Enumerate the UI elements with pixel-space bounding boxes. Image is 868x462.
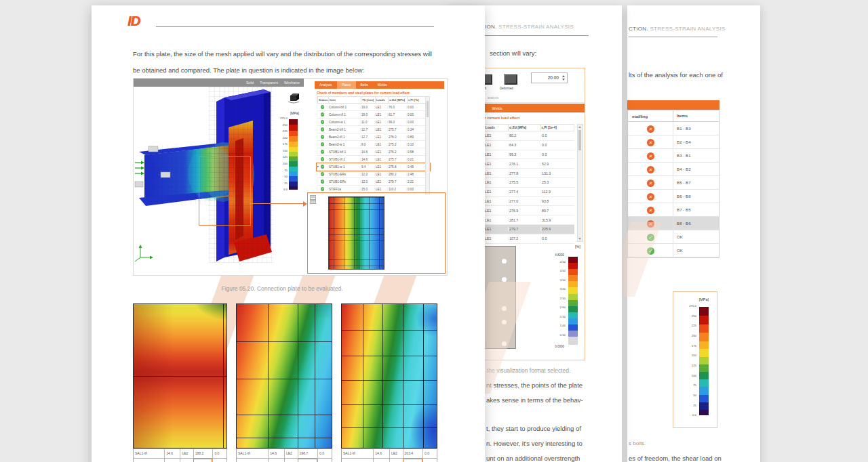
scale-unit-label: [MPa]: [290, 111, 299, 115]
header-rule: [629, 37, 717, 37]
status-check-icon: [647, 125, 654, 133]
scrollbar-thumb[interactable]: [578, 130, 581, 150]
table-row[interactable]: STUB1-tfl 1 14.6 LE1 275.7 0.21: [317, 156, 430, 163]
result-table-3: SAL1-tfl14,6LE2203,40,0: [341, 448, 437, 462]
column-header: σ,Ed [MPa]: [388, 97, 407, 103]
mesh-line: [223, 304, 224, 448]
cell-sed: 275.5: [508, 180, 540, 184]
table-row[interactable]: B6 - B8: [628, 190, 719, 203]
result-cell: 0,0: [212, 449, 226, 458]
readout-value: 0,0: [310, 200, 316, 205]
panel-tab[interactable]: Welds: [373, 81, 392, 89]
view-cube-icon[interactable]: [288, 92, 300, 104]
scale-tick-label: 100: [692, 375, 696, 378]
cell-epl: 0.00: [406, 113, 421, 117]
table-row[interactable]: B3 - B1: [628, 149, 719, 163]
viewer-menu-item[interactable]: Wireframe: [284, 81, 300, 85]
mesh-line: [363, 304, 363, 448]
table-row[interactable]: Column-tfl 1 19.0 LE1 61.7 0.00: [317, 111, 430, 119]
viewer-menu: SolidTransparentWireframe: [134, 79, 304, 87]
scale-tick-label: 50: [693, 394, 696, 398]
table-row[interactable]: STUB1-ERs 12.0 LE1 280.2 2.48: [317, 171, 430, 178]
cell-sed: 80.2: [508, 133, 540, 138]
cell-epl: 0.58: [406, 150, 421, 154]
status-check-icon: [647, 180, 654, 187]
scale-tick-label: 25: [693, 404, 696, 408]
readout-box: 0,0 0,0: [310, 195, 316, 204]
cell-sed: 107.2: [508, 236, 540, 240]
scroll-up-icon[interactable]: [578, 126, 581, 128]
table-row[interactable]: STUB1-bfl 1 14.6 LE1 276.2 0.58: [317, 148, 430, 156]
cell-th: 12.0: [360, 173, 374, 176]
status-check-icon: [321, 135, 325, 139]
panel-tab[interactable]: Analysis: [315, 81, 337, 89]
scale-tick-label: 2.00: [560, 306, 566, 310]
cell-epl: 225.9: [540, 227, 574, 231]
deformed-toggle-icon[interactable]: [504, 74, 517, 85]
cell-item: Column-w 1: [328, 121, 360, 124]
body-paragraph: nt stresses, the points of the plate ake…: [486, 378, 583, 408]
scale-tick-label: 3.00: [560, 288, 566, 291]
table-row[interactable]: B4 - B2: [628, 163, 719, 176]
intro-line: For this plate, the size of the mesh app…: [133, 46, 439, 62]
table-row[interactable]: B7 - B5: [628, 203, 719, 217]
mesh-line: [342, 330, 437, 331]
viewer-menu-item[interactable]: Solid: [246, 81, 254, 85]
cell-th: 11.0: [360, 121, 374, 124]
status-check-icon: [321, 142, 325, 146]
body-text: lts of the analysis for each one of: [629, 68, 723, 83]
fem-3d-view[interactable]: SolidTransparentWireframe: [134, 79, 304, 275]
scale-spinner[interactable]: 20.00: [531, 72, 568, 83]
cell-th: 19.0: [360, 113, 374, 117]
table-row[interactable]: STUB1-ERs 12.0 LE1 279.7 2.21: [317, 178, 430, 186]
scroll-down-icon[interactable]: [578, 238, 581, 240]
column-header: Items: [673, 110, 716, 121]
figure-05-20: SolidTransparentWireframe: [133, 78, 448, 276]
table-row[interactable]: Beam2-tfl 1 12.7 LE1 276.0 0.89: [317, 133, 430, 141]
status-check-icon: [321, 150, 325, 154]
result-cell: SAL1-tfl: [342, 449, 373, 458]
cell-loads: LE1: [484, 143, 508, 147]
cell-items: B7 - B5: [673, 203, 716, 216]
panel-tab[interactable]: Welds: [492, 106, 502, 110]
result-cell: 198,7: [298, 449, 317, 458]
cell-items: OK: [673, 244, 716, 257]
mesh-line: [403, 304, 403, 448]
spinner-value[interactable]: 20.00: [548, 75, 559, 80]
result-cell: 203,4: [403, 449, 422, 458]
table-row[interactable]: Beam2-bfl 1 12.7 LE1 275.7 0.34: [317, 126, 430, 133]
result-cell: SAL1-tfl: [237, 449, 268, 458]
mesh-line: [237, 415, 332, 415]
panel-tab[interactable]: Bolts: [356, 81, 373, 89]
table-row[interactable]: Column-w 1 11.0 LE1 99.0 0.00: [317, 119, 430, 126]
scale-tick-label: 275.0: [689, 305, 696, 308]
table-scrollbar[interactable]: [577, 124, 583, 242]
cell-item: Column-bfl 1: [328, 106, 360, 109]
header-rule: [473, 35, 589, 36]
scrollbar-thumb[interactable]: [427, 101, 429, 117]
table-row[interactable]: B1 - B3: [628, 122, 719, 135]
spinner-down-icon[interactable]: [562, 79, 565, 81]
spinner-up-icon[interactable]: [562, 75, 565, 77]
table-row[interactable]: ▸ STUB1-w 1 9.4 LE1 275.8 0.45: [317, 163, 430, 171]
scale-tick-label: 275.0: [280, 117, 288, 121]
table-row[interactable]: Beam2-w 1 8.0 LE1 275.2 0.10: [317, 141, 430, 148]
running-header: ECTION. STRESS-STRAIN ANALYSIS: [473, 24, 574, 30]
mesh-line: [342, 356, 437, 356]
cell-loads: LE1: [374, 121, 387, 124]
table-row[interactable]: B2 - B4: [628, 135, 719, 149]
cell-item: STUB1-ERs: [328, 173, 360, 176]
table-row[interactable]: B5 - B7: [628, 176, 719, 190]
panel-tab[interactable]: Plates: [337, 81, 356, 89]
cell-loads: LE1: [484, 152, 508, 156]
scale-unit-label: [%]: [575, 245, 580, 249]
callout-arrowhead-icon: [303, 201, 307, 207]
cell-loads: LE1: [484, 236, 508, 240]
cell-item: STUB1-w 1: [328, 165, 360, 169]
viewer-menu-item[interactable]: Transparent: [260, 81, 278, 85]
scale-gradient-bar: [699, 307, 709, 415]
cell-items: B5 - B7: [673, 176, 716, 189]
table-row[interactable]: Column-bfl 1 19.0 LE1 76.0 0.00: [317, 104, 430, 111]
table-scrollbar[interactable]: [425, 96, 430, 194]
cell-sed: 277.4: [508, 190, 540, 194]
